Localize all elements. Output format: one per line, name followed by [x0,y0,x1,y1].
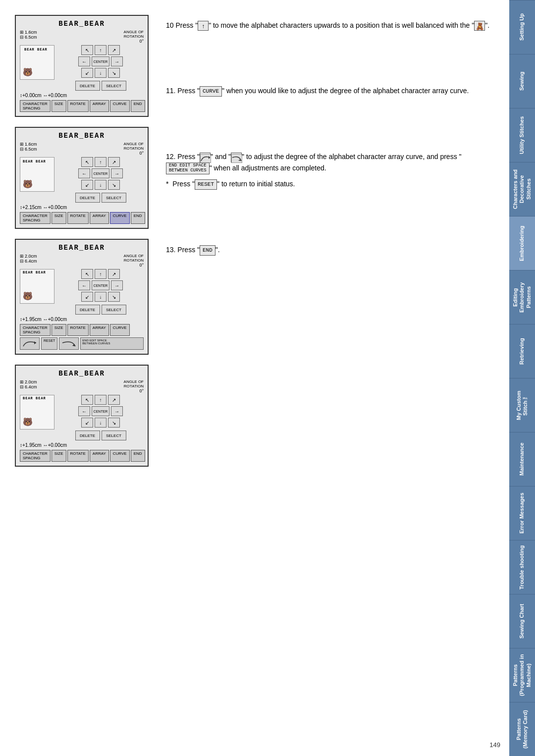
btn-delete-4[interactable]: DELETE [75,431,100,440]
btn-up[interactable]: ↑ [95,45,107,55]
tab-sewing-chart[interactable]: Sewing Chart [509,594,535,648]
btn-size-2[interactable]: SIZE [52,212,66,224]
tab-patterns-memory-card[interactable]: Patterns (Memory Card) [509,702,535,756]
btn-rotate-1[interactable]: ROTATE [67,100,89,112]
btn4-down[interactable]: ↓ [95,418,107,428]
btn-rotate-4[interactable]: ROTATE [67,450,89,462]
tab-utility-stitches[interactable]: Utility Stitches [509,108,535,162]
tab-characters-decorative[interactable]: Characters and Decorative Stitches [509,162,535,216]
btn-curve-right[interactable] [59,337,79,350]
screen4-info-row: ⊞ 2.0cm ⊟ 6.4cm ANGLE OFROTATION 0° [20,379,144,393]
btn-up-right[interactable]: ↗ [108,45,120,55]
screen4-dimensions: ⊞ 2.0cm ⊟ 6.4cm [20,379,37,389]
btn-delete-2[interactable]: DELETE [75,193,100,203]
btn2-up[interactable]: ↑ [95,157,107,167]
tab-editing-embroidery[interactable]: Editing Embroidery Patterns [509,270,535,324]
btn-array-4[interactable]: ARRAY [90,450,109,462]
tab-maintenance[interactable]: Maintenance [509,432,535,486]
screen4-offset: ↕+1.95cm ↔+0.00cm [20,442,144,448]
btn3-right[interactable]: → [111,280,123,290]
btn-reset[interactable]: RESET [41,337,57,350]
btn3-down[interactable]: ↓ [95,292,107,302]
btn2-down-right[interactable]: ↘ [108,180,120,190]
btn3-down-right[interactable]: ↘ [108,292,120,302]
btn-size-4[interactable]: SIZE [52,450,66,462]
btn-down[interactable]: ↓ [95,68,107,78]
btn-curve-3[interactable]: CURVE [110,324,130,336]
btn-down-right[interactable]: ↘ [108,68,120,78]
btn4-up-left[interactable]: ↖ [81,395,93,405]
screen3-offset: ↕+1.95cm ↔+0.00cm [20,317,144,322]
btn-delete-1[interactable]: DELETE [75,81,100,91]
btn-end-edit[interactable]: END EDIT SPACEBETWEEN CURVES [80,337,144,350]
btn-curve-left[interactable] [20,337,40,350]
tab-setting-up[interactable]: Setting Up [509,0,535,54]
btn-end-4[interactable]: END [131,450,145,462]
btn-down-left[interactable]: ↙ [81,68,93,78]
btn2-right[interactable]: → [111,168,123,178]
screen-mockup-4: BEAR_BEAR ⊞ 2.0cm ⊟ 6.4cm ANGLE OFROTA [15,365,149,467]
btn-delete-3[interactable]: DELETE [75,305,100,315]
btn3-down-left[interactable]: ↙ [81,292,93,302]
btn3-center[interactable]: CENTER [92,280,109,290]
tab-patterns-programmed[interactable]: Patterns (Programmed in Machine) [509,648,535,702]
tab-retrieving[interactable]: Retrieving [509,324,535,378]
up-arrow-icon: ↑ [198,21,209,31]
btn-select-2[interactable]: SELECT [102,193,126,203]
btn4-down-left[interactable]: ↙ [81,418,93,428]
btn2-up-left[interactable]: ↖ [81,157,93,167]
btn4-down-right[interactable]: ↘ [108,418,120,428]
btn-char-spacing-2[interactable]: CHARACTERSPACING [20,212,51,224]
curve-left-icon [200,153,211,162]
btn-array-1[interactable]: ARRAY [90,100,109,112]
btn3-up-right[interactable]: ↗ [108,269,120,279]
btn-char-spacing-3[interactable]: CHARACTERSPACING [20,324,51,336]
btn-select-4[interactable]: SELECT [102,431,126,440]
screen1-angle: ANGLE OFROTATION 0° [124,30,144,44]
btn-rotate-3[interactable]: ROTATE [67,324,89,336]
btn-curve-2[interactable]: CURVE [110,212,130,224]
btn-center[interactable]: CENTER [92,56,109,66]
btn4-left[interactable]: ← [78,406,90,416]
btn2-down-left[interactable]: ↙ [81,180,93,190]
btn2-down[interactable]: ↓ [95,180,107,190]
btn3-left[interactable]: ← [78,280,90,290]
btn4-up[interactable]: ↑ [95,395,107,405]
btn3-up-left[interactable]: ↖ [81,269,93,279]
btn2-up-right[interactable]: ↗ [108,157,120,167]
tab-troubleshooting[interactable]: Trouble shooting [509,540,535,594]
screen2-dimensions: ⊞ 1.6cm ⊟ 6.5cm [20,142,37,152]
btn-array-3[interactable]: ARRAY [90,324,109,336]
btn2-center[interactable]: CENTER [92,168,109,178]
tab-sewing[interactable]: Sewing [509,54,535,108]
btn-size-3[interactable]: SIZE [52,324,66,336]
btn4-center[interactable]: CENTER [92,406,109,416]
instruction-step-10: 10 Press "↑" to move the alphabet charac… [166,20,494,31]
screen4-preview: BEAR BEAR 🐻 [20,395,54,430]
side-navigation: Setting Up Sewing Utility Stitches Chara… [509,0,535,756]
main-content: BEAR_BEAR ⊞ 1.6cm ⊟ 6.5cm ANGLE OFROTA [0,0,509,756]
btn4-right[interactable]: → [111,406,123,416]
btn-curve-1[interactable]: CURVE [110,100,130,112]
btn-up-left[interactable]: ↖ [81,45,93,55]
tab-my-custom-stitch[interactable]: My Custom Stitch™ [509,378,535,432]
btn3-up[interactable]: ↑ [95,269,107,279]
btn-end-2[interactable]: END [131,212,145,224]
btn-rotate-2[interactable]: ROTATE [67,212,89,224]
btn2-left[interactable]: ← [78,168,90,178]
btn-array-2[interactable]: ARRAY [90,212,109,224]
btn4-up-right[interactable]: ↗ [108,395,120,405]
end-button-inline: END [200,245,215,256]
btn-left[interactable]: ← [78,56,90,66]
btn-char-spacing-4[interactable]: CHARACTERSPACING [20,450,51,462]
btn-end-1[interactable]: END [131,100,145,112]
btn-char-spacing-1[interactable]: CHARACTERSPACING [20,100,51,112]
btn-right[interactable]: → [111,56,123,66]
screen3-body: BEAR BEAR 🐻 ↖ ↑ ↗ ← CENTER → [20,269,144,315]
btn-curve-4[interactable]: CURVE [110,450,130,462]
btn-select-3[interactable]: SELECT [102,305,126,315]
btn-size-1[interactable]: SIZE [52,100,66,112]
tab-embroidering[interactable]: Embroidering [509,216,535,270]
tab-error-messages[interactable]: Error Messages [509,486,535,540]
btn-select-1[interactable]: SELECT [102,81,126,91]
